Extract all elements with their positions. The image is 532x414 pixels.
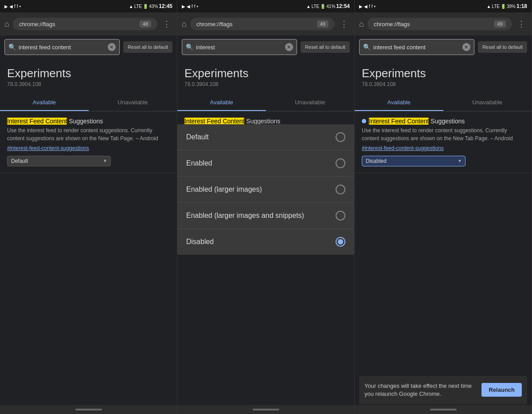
- wifi-icon: ▲: [129, 4, 133, 9]
- flag-title-rest: Suggestions: [429, 118, 465, 125]
- tab-unavailable[interactable]: Unavailable: [266, 95, 355, 111]
- radio-button-3[interactable]: [336, 211, 345, 221]
- clear-search-button[interactable]: ✕: [285, 43, 293, 51]
- flag-item-0: Interest Feed Content SuggestionsUse the…: [0, 111, 177, 173]
- youtube-icon: ▶: [4, 4, 8, 9]
- lte-label: LTE: [312, 4, 320, 9]
- flag-title-highlight: Interest Feed Content: [184, 118, 244, 125]
- home-icon[interactable]: ⌂: [182, 20, 187, 29]
- address-row: ⌂ chrome://flags 48 ⋮: [0, 12, 177, 35]
- tab-available[interactable]: Available: [0, 95, 89, 111]
- flag-link[interactable]: #interest-feed-content-suggestions: [362, 145, 524, 151]
- home-icon[interactable]: ⌂: [4, 20, 9, 29]
- facebook-icon1: f: [14, 4, 16, 9]
- search-input-wrap[interactable]: 🔍 interest feed content ✕: [4, 39, 120, 55]
- relaunch-toast: Your changes will take effect the next t…: [359, 376, 527, 404]
- tab-count: 48: [140, 20, 151, 28]
- battery-percent: 41%: [326, 4, 335, 9]
- dropdown-item-3[interactable]: Enabled (larger images and snippets): [177, 203, 354, 229]
- search-input[interactable]: interest: [196, 44, 282, 51]
- search-icon: 🔍: [186, 43, 193, 51]
- time-display: 1:18: [516, 3, 527, 9]
- dropdown-item-label: Default: [186, 133, 209, 141]
- dropdown-item-label: Enabled (larger images and snippets): [186, 212, 304, 220]
- bottom-handle: [430, 409, 457, 410]
- flag-select-wrap: DefaultEnabledEnabled (larger images)Ena…: [362, 156, 462, 166]
- battery-icon: 🔋: [501, 4, 506, 9]
- experiments-title: Experiments: [184, 67, 347, 80]
- wifi-icon: ▲: [306, 4, 311, 9]
- tab-unavailable[interactable]: Unavailable: [89, 95, 177, 111]
- flag-select[interactable]: DefaultEnabledEnabled (larger images)Ena…: [7, 156, 111, 166]
- clear-search-button[interactable]: ✕: [462, 43, 470, 51]
- youtube-icon: ▶: [359, 4, 363, 9]
- flag-title-row: Interest Feed Content Suggestions: [184, 118, 347, 125]
- dot-separator: •: [20, 4, 21, 9]
- bottom-handle: [75, 409, 102, 410]
- telegram-icon: ◀: [9, 4, 13, 9]
- search-input[interactable]: interest feed content: [19, 44, 105, 51]
- flag-title-highlight: Interest Feed Content: [369, 118, 429, 125]
- url-text: chrome://flags: [19, 21, 55, 28]
- panel-left: ▶ ◀ f f • ▲ LTE 🔋 43% 12:45 ⌂ chrome://f…: [0, 0, 177, 414]
- status-bar: ▶ ◀ f f • ▲ LTE 🔋 39% 1:18: [355, 0, 532, 12]
- experiments-version: 78.0.3904.108: [7, 81, 170, 87]
- tabs-row: AvailableUnavailable: [355, 95, 532, 111]
- address-bar[interactable]: chrome://flags 48: [13, 18, 157, 30]
- search-input-wrap[interactable]: 🔍 interest ✕: [182, 39, 297, 55]
- dropdown-overlay: DefaultEnabledEnabled (larger images)Ena…: [177, 124, 354, 255]
- relaunch-button[interactable]: Relaunch: [481, 383, 522, 397]
- menu-button[interactable]: ⋮: [338, 17, 350, 31]
- battery-icon: 🔋: [143, 4, 148, 9]
- flag-title: Interest Feed Content Suggestions: [7, 118, 103, 125]
- tab-available[interactable]: Available: [355, 95, 443, 111]
- dropdown-item-0[interactable]: Default: [177, 124, 354, 150]
- flag-active-dot: [362, 119, 366, 123]
- url-text: chrome://flags: [196, 21, 233, 28]
- wifi-icon: ▲: [486, 4, 491, 9]
- reset-all-button[interactable]: Reset all to default: [123, 41, 172, 53]
- reset-all-button[interactable]: Reset all to default: [301, 41, 350, 53]
- address-bar[interactable]: chrome://flags 49: [190, 18, 335, 30]
- flag-select[interactable]: DefaultEnabledEnabled (larger images)Ena…: [362, 156, 466, 166]
- radio-inner: [338, 239, 343, 244]
- radio-button-4[interactable]: [336, 237, 345, 247]
- signal-info: ▲ LTE 🔋 39% 1:18: [486, 3, 527, 9]
- clear-search-button[interactable]: ✕: [108, 43, 116, 51]
- home-icon[interactable]: ⌂: [359, 20, 364, 29]
- facebook-icon2: f: [372, 4, 373, 9]
- facebook-icon2: f: [194, 4, 196, 9]
- search-input-wrap[interactable]: 🔍 interest feed content ✕: [359, 39, 474, 55]
- search-input[interactable]: interest feed content: [373, 44, 460, 51]
- time-display: 12:45: [159, 3, 172, 9]
- tab-unavailable[interactable]: Unavailable: [443, 95, 532, 111]
- flag-description: Use the interest feed to render content …: [7, 126, 170, 142]
- flag-description: Use the interest feed to render content …: [362, 126, 524, 142]
- experiments-version: 78.0.3904.108: [184, 81, 347, 87]
- dropdown-item-4[interactable]: Disabled: [177, 229, 354, 255]
- facebook-icon1: f: [192, 4, 193, 9]
- flag-title: Interest Feed Content Suggestions: [369, 118, 465, 125]
- menu-button[interactable]: ⋮: [516, 17, 527, 31]
- experiments-header: Experiments 78.0.3904.108: [0, 59, 177, 89]
- youtube-icon: ▶: [182, 4, 185, 9]
- signal-info: ▲ LTE 🔋 43% 12:45: [129, 3, 172, 9]
- flag-link[interactable]: #interest-feed-content-suggestions: [7, 145, 170, 151]
- search-icon: 🔍: [8, 43, 16, 51]
- reset-all-button[interactable]: Reset all to default: [478, 41, 527, 53]
- tabs-row: AvailableUnavailable: [0, 95, 177, 111]
- dropdown-item-2[interactable]: Enabled (larger images): [177, 177, 354, 203]
- radio-button-2[interactable]: [336, 185, 345, 194]
- dropdown-item-label: Enabled (larger images): [186, 185, 262, 193]
- dropdown-item-label: Disabled: [186, 238, 214, 246]
- menu-button[interactable]: ⋮: [161, 17, 172, 31]
- radio-button-0[interactable]: [336, 132, 345, 142]
- radio-button-1[interactable]: [336, 158, 345, 168]
- experiments-title: Experiments: [7, 67, 170, 80]
- tab-available[interactable]: Available: [177, 95, 266, 111]
- experiments-title: Experiments: [362, 67, 524, 80]
- status-bar: ▶ ◀ f f • ▲ LTE 🔋 43% 12:45: [0, 0, 177, 12]
- status-icons: ▶ ◀ f f •: [359, 4, 376, 9]
- dropdown-item-1[interactable]: Enabled: [177, 150, 354, 177]
- address-bar[interactable]: chrome://flags 49: [368, 18, 512, 30]
